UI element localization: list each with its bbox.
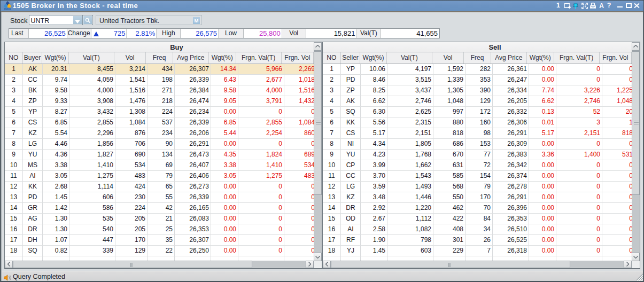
svg-text:naik: naik (4, 7, 11, 11)
